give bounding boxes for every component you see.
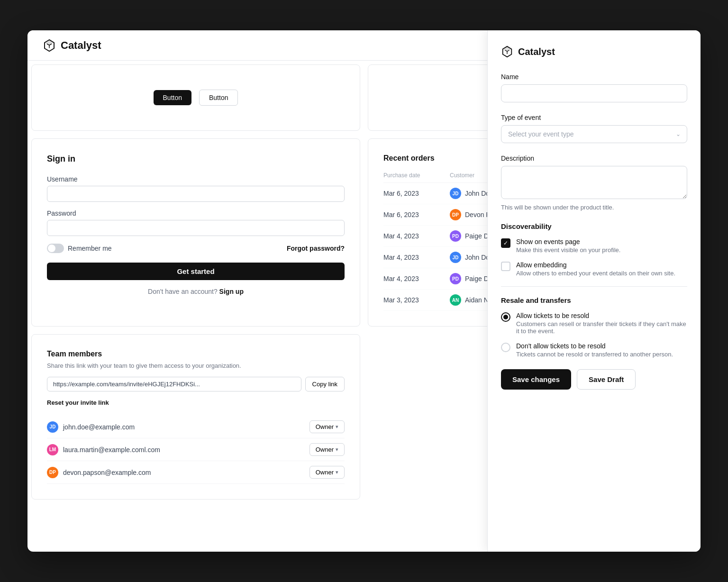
show-events-checkbox[interactable]: ✓ (501, 238, 510, 248)
invite-url-input[interactable] (47, 377, 301, 391)
description-group: Description This will be shown under the… (501, 155, 687, 211)
member-email: devon.papson@example.com (63, 469, 151, 476)
resale-title: Resale and transfers (501, 296, 687, 304)
logo: Catalyst (43, 39, 101, 52)
avatar: DP (450, 209, 461, 220)
checkmark-icon: ✓ (503, 240, 508, 246)
avatar: AN (450, 294, 461, 306)
role-label: Owner (316, 446, 334, 453)
remember-me-toggle[interactable] (47, 244, 64, 253)
side-panel: Catalyst Name Type of event Select your … (487, 30, 701, 552)
signup-link[interactable]: Sign up (219, 288, 244, 295)
side-catalyst-icon (501, 45, 513, 58)
logo-text: Catalyst (61, 39, 101, 52)
order-date: Mar 6, 2023 (383, 190, 450, 197)
role-label: Owner (316, 423, 334, 430)
buttons-panel: Button Button (31, 64, 360, 131)
allow-embedding-text: Allow embedding Allow others to embed yo… (516, 261, 687, 277)
disallow-resold-text: Don't allow tickets to be resold Tickets… (516, 342, 687, 358)
order-date: Mar 4, 2023 (383, 254, 450, 261)
name-field-label: Name (501, 73, 687, 81)
allow-resold-row: Allow tickets to be resold Customers can… (501, 312, 687, 335)
event-type-label: Type of event (501, 114, 687, 121)
allow-resold-radio[interactable] (501, 312, 510, 322)
role-select[interactable]: Owner ▾ (309, 466, 345, 479)
reset-invite-link[interactable]: Reset your invite link (47, 399, 345, 406)
name-field-input[interactable] (501, 84, 687, 102)
member-left: LM laura.martin@example.coml.com (47, 444, 160, 455)
show-events-row: ✓ Show on events page Make this event vi… (501, 238, 687, 254)
disallow-resold-sub: Tickets cannot be resold or transferred … (516, 351, 687, 358)
event-type-group: Type of event Select your event type Con… (501, 114, 687, 143)
form-options-row: Remember me Forgot password? (47, 244, 345, 253)
side-panel-logo: Catalyst (501, 45, 687, 58)
get-started-button[interactable]: Get started (47, 263, 345, 280)
avatar: PD (450, 273, 461, 284)
allow-resold-text: Allow tickets to be resold Customers can… (516, 312, 687, 335)
side-logo-text: Catalyst (518, 46, 555, 57)
catalyst-logo-icon (43, 39, 56, 52)
avatar: LM (47, 444, 58, 455)
allow-resold-label: Allow tickets to be resold (516, 312, 687, 319)
allow-embedding-label: Allow embedding (516, 261, 687, 269)
order-date: Mar 4, 2023 (383, 232, 450, 240)
signin-panel: Sign in Username Password Remember me Fo… (31, 138, 360, 327)
show-events-sub: Make this event visible on your profile. (516, 246, 687, 254)
allow-resold-sub: Customers can resell or transfer their t… (516, 320, 687, 335)
disallow-resold-radio[interactable] (501, 343, 510, 352)
name-field-group: Name (501, 73, 687, 114)
show-events-label: Show on events page (516, 238, 687, 246)
description-hint: This will be shown under the product tit… (501, 204, 687, 211)
remember-me-label: Remember me (68, 245, 112, 252)
order-date: Mar 4, 2023 (383, 275, 450, 282)
order-date: Mar 6, 2023 (383, 211, 450, 218)
disallow-resold-label: Don't allow tickets to be resold (516, 342, 687, 350)
role-select[interactable]: Owner ▾ (309, 420, 345, 433)
role-select[interactable]: Owner ▾ (309, 443, 345, 456)
invite-row: Copy link (47, 377, 345, 391)
radio-inner-dot (503, 315, 508, 319)
save-draft-button[interactable]: Save Draft (577, 369, 636, 390)
disallow-resold-row: Don't allow tickets to be resold Tickets… (501, 342, 687, 358)
team-subtitle: Share this link with your team to give t… (47, 362, 345, 369)
divider (501, 286, 687, 287)
avatar: JD (450, 188, 461, 199)
copy-link-button[interactable]: Copy link (305, 377, 345, 391)
event-type-select-wrapper: Select your event type Conference Worksh… (501, 125, 687, 143)
description-label: Description (501, 155, 687, 162)
order-date: Mar 3, 2023 (383, 296, 450, 304)
primary-button[interactable]: Button (154, 90, 191, 105)
list-item: LM laura.martin@example.coml.com Owner ▾ (47, 438, 345, 461)
username-input[interactable] (47, 186, 345, 202)
col-date-label: Purchase date (383, 172, 450, 179)
chevron-down-icon: ▾ (336, 469, 338, 475)
chevron-down-icon: ▾ (336, 424, 338, 430)
avatar: PD (450, 230, 461, 242)
team-panel: Team members Share this link with your t… (31, 334, 360, 500)
allow-embedding-checkbox[interactable] (501, 262, 510, 271)
username-label: Username (47, 175, 345, 183)
side-actions: Save changes Save Draft (501, 369, 687, 390)
member-left: DP devon.papson@example.com (47, 467, 151, 478)
password-label: Password (47, 209, 345, 217)
avatar: JD (450, 252, 461, 263)
signin-title: Sign in (47, 154, 345, 164)
description-textarea[interactable] (501, 166, 687, 199)
member-email: john.doe@example.com (63, 423, 135, 431)
forgot-password-link[interactable]: Forgot password? (287, 245, 345, 252)
members-list: JD john.doe@example.com Owner ▾ LM laura… (47, 416, 345, 484)
save-changes-button[interactable]: Save changes (501, 369, 571, 390)
allow-embedding-sub: Allow others to embed your event details… (516, 270, 687, 277)
member-email: laura.martin@example.coml.com (63, 446, 160, 454)
avatar: JD (47, 421, 58, 433)
secondary-button[interactable]: Button (199, 90, 238, 106)
allow-embedding-row: Allow embedding Allow others to embed yo… (501, 261, 687, 277)
discoverability-title: Discoverability (501, 222, 687, 230)
list-item: JD john.doe@example.com Owner ▾ (47, 416, 345, 438)
remember-me-group: Remember me (47, 244, 112, 253)
password-input[interactable] (47, 220, 345, 236)
avatar: DP (47, 467, 58, 478)
username-group: Username (47, 175, 345, 202)
event-type-select[interactable]: Select your event type Conference Worksh… (501, 125, 687, 143)
signup-text: Don't have an account? Sign up (47, 288, 345, 295)
